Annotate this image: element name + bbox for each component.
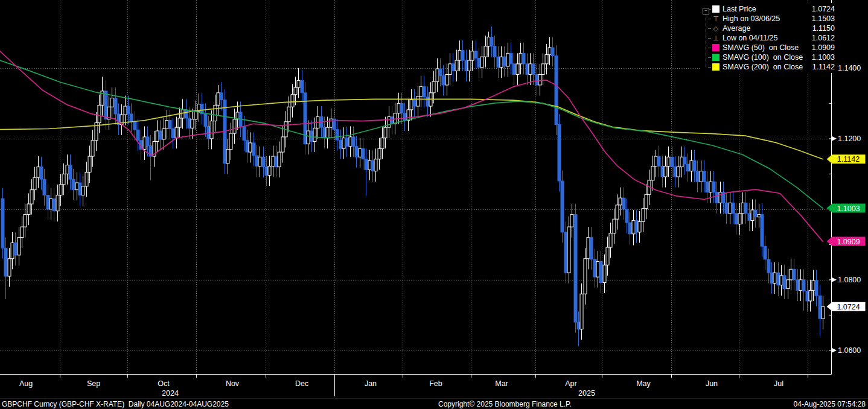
candle-up[interactable] (278, 152, 281, 167)
candle-up[interactable] (11, 243, 14, 258)
legend-row-smavg-50-on-close[interactable]: SMAVG (50) on Close1.0909 (701, 43, 837, 52)
candle-down[interactable] (509, 53, 512, 64)
candle-up[interactable] (809, 290, 812, 301)
candle-down[interactable] (352, 137, 355, 147)
candle-up[interactable] (484, 46, 487, 57)
candle-down[interactable] (243, 126, 246, 140)
candle-up[interactable] (709, 182, 712, 192)
candle-down[interactable] (767, 259, 770, 273)
candle-up[interactable] (584, 259, 587, 294)
candle-up[interactable] (645, 194, 648, 208)
candle-down[interactable] (493, 46, 496, 57)
candle-down[interactable] (802, 280, 805, 291)
candle-up[interactable] (342, 138, 345, 149)
candle-up[interactable] (110, 98, 113, 107)
candle-up[interactable] (420, 86, 423, 96)
candle-down[interactable] (127, 106, 130, 114)
candle-down[interactable] (40, 167, 43, 179)
candle-down[interactable] (220, 93, 223, 100)
candle-up[interactable] (654, 156, 657, 166)
candle-down[interactable] (490, 37, 493, 46)
candle-up[interactable] (88, 156, 91, 172)
candle-down[interactable] (532, 64, 535, 75)
candle-down[interactable] (78, 183, 81, 195)
candle-up[interactable] (667, 157, 670, 166)
candle-down[interactable] (185, 110, 188, 118)
candle-up[interactable] (822, 306, 825, 319)
candle-down[interactable] (754, 210, 757, 217)
candle-down[interactable] (53, 198, 56, 211)
candle-down[interactable] (465, 60, 468, 71)
candle-up[interactable] (616, 205, 619, 219)
candle-up[interactable] (407, 110, 410, 121)
candle-up[interactable] (548, 48, 551, 55)
candle-down[interactable] (4, 248, 7, 276)
candle-down[interactable] (732, 203, 735, 214)
candle-up[interactable] (226, 149, 229, 163)
candle-up[interactable] (529, 64, 532, 75)
candle-down[interactable] (130, 114, 133, 122)
candle-down[interactable] (104, 91, 107, 119)
candle-up[interactable] (388, 117, 391, 128)
candle-down[interactable] (1, 198, 4, 248)
candle-up[interactable] (162, 128, 165, 139)
candle-down[interactable] (526, 64, 529, 75)
candle-up[interactable] (8, 259, 11, 276)
candle-up[interactable] (326, 127, 329, 138)
candle-up[interactable] (580, 294, 583, 329)
candle-up[interactable] (249, 143, 252, 152)
legend-row-average[interactable]: ◇Average1.1150 (701, 24, 837, 33)
candle-down[interactable] (207, 126, 210, 138)
candle-down[interactable] (512, 64, 515, 75)
candle-down[interactable] (423, 86, 426, 97)
candle-up[interactable] (519, 53, 522, 64)
candle-down[interactable] (564, 232, 567, 273)
candle-down[interactable] (683, 157, 686, 164)
candle-down[interactable] (703, 171, 706, 182)
candle-up[interactable] (217, 93, 220, 105)
candle-down[interactable] (413, 100, 416, 107)
candle-up[interactable] (632, 221, 635, 234)
candle-down[interactable] (336, 130, 339, 141)
candle-up[interactable] (349, 137, 352, 147)
candle-down[interactable] (635, 221, 638, 232)
candle-up[interactable] (638, 221, 641, 232)
candle-down[interactable] (748, 214, 751, 221)
candle-up[interactable] (445, 74, 448, 85)
candle-up[interactable] (458, 51, 461, 60)
candle-down[interactable] (46, 195, 49, 209)
candle-down[interactable] (146, 137, 149, 146)
candle-up[interactable] (642, 209, 645, 222)
candle-up[interactable] (191, 119, 194, 128)
candle-down[interactable] (461, 51, 464, 60)
candle-down[interactable] (558, 124, 561, 181)
candle-up[interactable] (294, 87, 297, 95)
candle-down[interactable] (403, 113, 406, 121)
candle-down[interactable] (323, 127, 326, 138)
candle-down[interactable] (819, 296, 822, 319)
candle-up[interactable] (500, 57, 503, 68)
candle-up[interactable] (397, 103, 400, 113)
candle-up[interactable] (651, 166, 654, 180)
candle-down[interactable] (371, 160, 374, 171)
candle-down[interactable] (439, 69, 442, 76)
candle-up[interactable] (313, 128, 316, 141)
candle-up[interactable] (487, 37, 490, 46)
candle-down[interactable] (426, 97, 429, 106)
candle-up[interactable] (787, 280, 790, 289)
candle-up[interactable] (741, 203, 744, 214)
candle-up[interactable] (677, 167, 680, 177)
candle-up[interactable] (297, 80, 300, 87)
candle-up[interactable] (538, 74, 541, 85)
candle-up[interactable] (66, 165, 69, 174)
candle-up[interactable] (18, 238, 21, 255)
candle-up[interactable] (33, 177, 36, 189)
candle-up[interactable] (664, 166, 667, 177)
candle-down[interactable] (345, 138, 348, 147)
candle-up[interactable] (210, 121, 213, 139)
candle-down[interactable] (574, 215, 577, 322)
candle-up[interactable] (751, 210, 754, 221)
candle-up[interactable] (85, 172, 88, 186)
candle-down[interactable] (622, 198, 625, 209)
candle-down[interactable] (686, 164, 689, 171)
